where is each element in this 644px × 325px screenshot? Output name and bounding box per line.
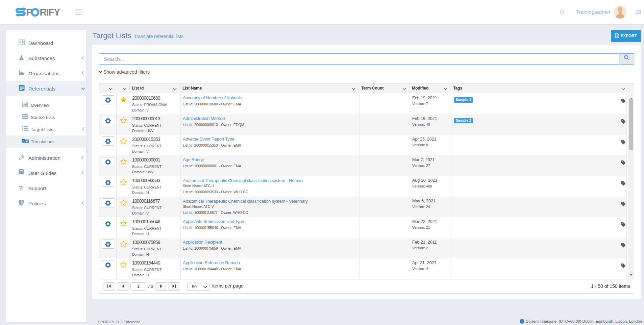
svg-text:RIFY: RIFY [40,7,60,18]
svg-text:A: A [22,139,25,143]
svg-text:x: x [617,35,618,37]
svg-text:P: P [26,7,33,18]
